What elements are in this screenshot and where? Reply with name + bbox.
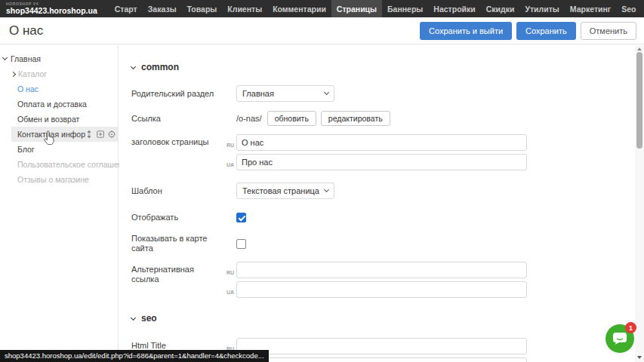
sidebar-item-label: Контактная инфор — [17, 130, 85, 139]
field-label: Отображать — [131, 213, 222, 222]
vertical-scrollbar[interactable] — [635, 45, 644, 362]
nav-item-discounts[interactable]: Скидки — [481, 0, 520, 17]
main-nav: Старт Заказы Товары Клиенты Комментарии … — [109, 0, 644, 17]
nav-item-settings[interactable]: Настройки — [428, 0, 480, 17]
page-title: О нас — [9, 23, 43, 38]
html-title-ua-input[interactable] — [236, 357, 527, 362]
cancel-button[interactable]: Отменить — [581, 22, 636, 40]
nav-item-comments[interactable]: Комментарии — [267, 0, 331, 17]
lang-ua-badge: UA — [222, 157, 234, 167]
chevron-down-icon — [324, 90, 329, 95]
field-label: Родительский раздел — [131, 89, 222, 99]
nav-item-orders[interactable]: Заказы — [143, 0, 182, 17]
html-title-ru-input[interactable] — [236, 338, 527, 354]
sidebar-item-contacts[interactable]: Контактная инфор — [11, 127, 118, 142]
scroll-up-arrow-icon[interactable] — [637, 48, 642, 51]
nav-item-utilities[interactable]: Утилиты — [519, 0, 564, 17]
alt-link-ua-input[interactable] — [236, 281, 527, 298]
section-seo-header[interactable]: seo — [131, 313, 635, 324]
display-row: Отображать — [131, 213, 635, 222]
link-refresh-button[interactable]: обновить — [267, 111, 316, 126]
field-label: Показывать в карте сайта — [131, 234, 222, 253]
sidebar-item-home[interactable]: Главная — [0, 51, 118, 66]
lang-ru-badge: RU — [222, 265, 234, 275]
field-label: Альтернативная ссылка — [131, 262, 222, 284]
nav-item-seo[interactable]: Seo — [616, 0, 641, 17]
sidebar-item-terms[interactable]: Пользовательское соглашение — [0, 157, 118, 172]
chat-unread-badge: 1 — [625, 322, 636, 333]
sidebar-item-label: Оплата и доставка — [17, 100, 87, 109]
pages-tree-sidebar: Главная Каталог О нас Оплата и доставка … — [0, 45, 119, 362]
template-select[interactable]: Текстовая страница — [236, 183, 334, 199]
topbar: HOROSHOP V4 shop34423.horoshop.ua Старт … — [0, 0, 644, 17]
sidebar-item-payment[interactable]: Оплата и доставка — [0, 97, 118, 112]
header-buttons: Сохранить и выйти Сохранить Отменить — [420, 22, 636, 40]
sidebar-item-about[interactable]: О нас — [0, 81, 118, 97]
sidebar-item-label: Отзывы о магазине — [17, 175, 89, 184]
link-edit-button[interactable]: редактировать — [321, 111, 390, 126]
chat-widget[interactable]: 1 — [605, 324, 634, 353]
sidebar-item-catalog[interactable]: Каталог — [0, 66, 118, 81]
lang-spacer — [222, 244, 234, 244]
save-and-exit-button[interactable]: Сохранить и выйти — [420, 22, 512, 40]
nav-item-banners[interactable]: Баннеры — [382, 0, 428, 17]
drag-move-icon[interactable] — [85, 130, 93, 138]
sidebar-item-label: О нас — [17, 84, 39, 94]
page-title-row: заголовок страницы RU UA — [131, 134, 635, 170]
sidebar-item-label: Блог — [17, 145, 35, 154]
section-title: common — [141, 62, 179, 72]
display-checkbox[interactable] — [236, 213, 246, 222]
select-value: Текстовая страница — [242, 186, 319, 195]
sidebar-item-blog[interactable]: Блог — [0, 142, 118, 157]
chevron-down-icon — [131, 63, 136, 69]
parent-section-row: Родительский раздел Главная — [131, 85, 635, 102]
lang-ua-badge: UA — [222, 284, 234, 295]
sidebar-item-label: Каталог — [18, 69, 47, 78]
brand-logo[interactable]: HOROSHOP V4 shop34423.horoshop.ua — [0, 2, 105, 15]
sidebar-item-returns[interactable]: Обмен и возврат — [0, 112, 118, 127]
nav-item-products[interactable]: Товары — [182, 0, 223, 17]
template-row: Шаблон Текстовая страница — [131, 183, 635, 199]
link-row: Ссылка /o-nas/ обновить редактировать — [131, 111, 635, 126]
save-button[interactable]: Сохранить — [516, 22, 576, 40]
settings-icon[interactable] — [108, 130, 116, 138]
lang-ru-badge: RU — [222, 137, 234, 148]
parent-section-select[interactable]: Главная — [236, 85, 334, 102]
lang-spacer — [222, 118, 234, 119]
field-label: Ссылка — [131, 114, 222, 124]
lang-spacer — [222, 191, 234, 192]
sidebar-item-label: Главная — [11, 54, 41, 63]
nav-item-marketing[interactable]: Маркетинг — [565, 0, 616, 17]
chevron-down-icon[interactable] — [2, 55, 8, 60]
nav-item-pages[interactable]: Страницы — [331, 0, 382, 17]
scrollbar-thumb[interactable] — [636, 52, 642, 149]
status-link-preview: shop34423.horoshop.ua/edit/edit.php?id=6… — [0, 350, 269, 362]
html-title-label: Html Title — [131, 341, 166, 350]
brand-domain: shop34423.horoshop.ua — [6, 7, 97, 15]
chevron-down-icon — [324, 187, 329, 192]
alt-link-ru-input[interactable] — [236, 262, 527, 278]
page-title-ua-input[interactable] — [236, 154, 527, 170]
sitemap-checkbox[interactable] — [236, 239, 246, 249]
page-edit-form: common Родительский раздел Главная Ссылк… — [119, 45, 635, 362]
sidebar-item-label: Пользовательское соглашение — [17, 160, 131, 169]
lang-spacer — [222, 217, 234, 218]
alt-link-row: Альтернативная ссылка RU UA — [131, 262, 635, 298]
nav-item-reports[interactable]: Отчеты — [641, 0, 644, 17]
scroll-down-arrow-icon[interactable] — [637, 356, 642, 359]
chevron-down-icon — [131, 314, 136, 320]
section-title: seo — [141, 313, 157, 324]
sidebar-item-reviews[interactable]: Отзывы о магазине — [0, 172, 118, 187]
page-title-ru-input[interactable] — [236, 134, 527, 151]
sitemap-row: Показывать в карте сайта — [131, 234, 635, 253]
nav-item-clients[interactable]: Клиенты — [222, 0, 267, 17]
chevron-right-icon[interactable] — [11, 71, 16, 76]
field-label: заголовок страницы — [131, 134, 222, 147]
section-common-header[interactable]: common — [131, 62, 635, 72]
field-label: Шаблон — [131, 186, 222, 196]
sidebar-item-label: Обмен и возврат — [17, 115, 79, 124]
add-subpage-icon[interactable] — [97, 130, 104, 138]
link-value: /o-nas/ — [236, 114, 262, 123]
lang-spacer — [222, 94, 234, 94]
nav-item-start[interactable]: Старт — [109, 0, 143, 17]
